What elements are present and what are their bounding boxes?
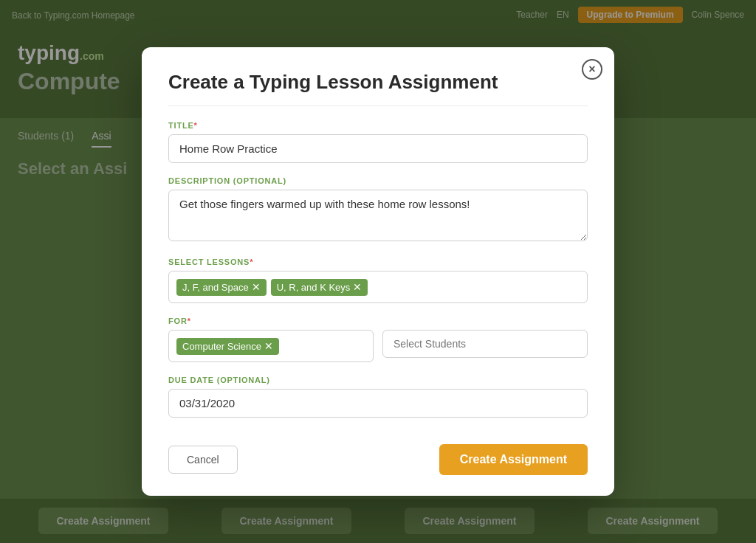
select-lessons-label: SELECT LESSONS*	[168, 257, 588, 266]
students-input[interactable]	[382, 330, 588, 358]
title-input[interactable]	[168, 134, 588, 163]
due-date-input[interactable]	[168, 389, 588, 418]
lesson-tag-urk: U, R, and K Keys ✕	[271, 279, 368, 296]
class-field: Computer Science ✕	[168, 330, 374, 362]
modal-close-button[interactable]: ×	[582, 59, 602, 80]
class-tag-input[interactable]: Computer Science ✕	[168, 330, 374, 362]
modal-title: Create a Typing Lesson Assignment	[168, 71, 588, 106]
description-field-group: DESCRIPTION (OPTIONAL) Get those fingers…	[168, 176, 588, 244]
class-tag: Computer Science ✕	[176, 338, 279, 355]
assignment-modal: × Create a Typing Lesson Assignment TITL…	[142, 47, 614, 496]
title-label: TITLE*	[168, 121, 588, 130]
title-required: *	[194, 121, 198, 130]
cancel-button[interactable]: Cancel	[168, 446, 238, 474]
modal-overlay: × Create a Typing Lesson Assignment TITL…	[0, 0, 756, 543]
lesson-tag-urk-remove[interactable]: ✕	[353, 282, 362, 292]
modal-footer: Cancel Create Assignment	[168, 432, 588, 475]
select-lessons-field-group: SELECT LESSONS* J, F, and Space ✕ U, R, …	[168, 257, 588, 303]
title-field-group: TITLE*	[168, 121, 588, 163]
lessons-tag-input[interactable]: J, F, and Space ✕ U, R, and K Keys ✕	[168, 271, 588, 303]
lesson-tag-jfspace-remove[interactable]: ✕	[252, 282, 261, 292]
description-input[interactable]: Get those fingers warmed up with these h…	[168, 190, 588, 241]
class-tag-remove[interactable]: ✕	[264, 341, 273, 351]
for-field-group: FOR* Computer Science ✕	[168, 317, 588, 362]
description-label: DESCRIPTION (OPTIONAL)	[168, 176, 588, 185]
due-date-label: DUE DATE (OPTIONAL)	[168, 376, 588, 384]
students-field	[382, 330, 588, 362]
lesson-tag-jfspace: J, F, and Space ✕	[176, 279, 267, 296]
due-date-field-group: DUE DATE (OPTIONAL)	[168, 376, 588, 418]
for-label: FOR*	[168, 317, 588, 325]
for-row: Computer Science ✕	[168, 330, 588, 362]
create-assignment-button[interactable]: Create Assignment	[439, 444, 588, 475]
